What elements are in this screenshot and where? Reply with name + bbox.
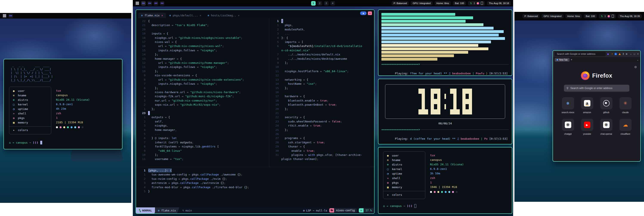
phone-icon[interactable] (481, 2, 483, 5)
upload-icon[interactable]: ↥ (622, 53, 624, 55)
shortcut-youtube[interactable]: ▶youtube (581, 119, 594, 135)
newtab-search-input[interactable]: ⚲ Search with Google or enter address (564, 85, 629, 92)
shortcut-chatgpt[interactable]: ❋chatgpt (562, 119, 574, 135)
menu-icon[interactable]: ≡ (626, 53, 628, 55)
code-line: 23 (136, 111, 269, 115)
tab-new-tab[interactable]: New Tab (555, 58, 570, 62)
editor-pane-iso[interactable]: 1{1 pkgs,2 modulesPath,3 ...4}: {5 impor… (269, 18, 374, 167)
tab-pkgs-default[interactable]: ❄ pkgs/default... × (166, 13, 204, 18)
fetch-row-hname: ≡hname (12, 93, 48, 98)
app-icon-window-2[interactable]: $W (148, 1, 152, 6)
music-note-icon: ♫ (449, 72, 452, 75)
toggle-eye-button[interactable]: ◉ (360, 12, 366, 15)
amazon-icon: a (584, 100, 590, 106)
tab-close-icon[interactable]: × (162, 14, 163, 17)
terminal-fastfetch-left[interactable]: _ _ _ ___ ____ | \ | (_)_ __/ _ \/ ___| … (4, 59, 122, 149)
neovim-window[interactable]: ❄ flake.nix × ❄ pkgs/default... × ❄ host… (136, 10, 374, 214)
bluetooth-icon[interactable]: ᛒ (474, 2, 475, 5)
firefox-window[interactable]: Search with Google or enter address ◆☽b … (552, 50, 641, 162)
app-icon-window[interactable]: $W (8, 14, 13, 18)
phone-icon[interactable] (612, 15, 614, 18)
profile-orb-icon[interactable] (477, 2, 479, 5)
maximize-button[interactable]: □ (634, 53, 635, 55)
battery-pill[interactable]: Bat: 100 (453, 1, 466, 6)
url-bar[interactable]: Search with Google or enter address (555, 52, 606, 56)
shortcut-chat.openai[interactable]: ❋chat.openai (600, 119, 612, 135)
shortcut-github[interactable]: github (600, 97, 612, 114)
gpu-pill[interactable]: GPU: Integrated (542, 14, 563, 18)
github-icon (603, 100, 610, 106)
shortcut-tile[interactable]: ▶ (581, 119, 593, 131)
close-button[interactable]: × (637, 53, 638, 55)
tab-list-chevron-icon[interactable]: ⌄ (637, 59, 638, 61)
clock-pill[interactable]: Thu Aug 08, 18:18 (487, 1, 511, 6)
line-number: 11 (269, 69, 281, 73)
system-tray[interactable]: ⇅ ᛒ (468, 1, 485, 6)
workspace-button-4[interactable]: 4 (330, 1, 335, 6)
terminal-cursor[interactable] (40, 141, 42, 144)
shortcut-search.nixos[interactable]: ❄search.nixos (562, 97, 574, 114)
shortcut-tile[interactable] (600, 97, 612, 109)
newtab-settings-gear-icon[interactable]: ⚙ (634, 65, 637, 69)
workspace-button-3[interactable]: 3 (324, 1, 328, 6)
editor-pane-pkgs[interactable]: 1{pkgs, ...}: {1 tux-awesome-wm-config =… (136, 167, 374, 193)
shortcut-tile[interactable]: ❄ (562, 97, 574, 109)
app-icon-window-1[interactable]: $W (141, 1, 146, 6)
shortcut-tile[interactable]: ☁ (620, 119, 632, 131)
tab-flake-nix[interactable]: ❄ flake.nix × (138, 13, 166, 18)
fetch-value-shell: zsh (430, 176, 464, 180)
power-profile-pill[interactable]: P: Balanced (392, 1, 409, 6)
shortcut-claude[interactable]: ✳claude (619, 97, 632, 114)
profile-orb-icon[interactable] (608, 15, 610, 18)
app-launcher-icon[interactable] (135, 1, 140, 6)
gpu-pill[interactable]: GPU: Integrated (411, 1, 432, 6)
shortcut-tile[interactable]: a (581, 97, 593, 109)
app-icon-window-3[interactable]: $W (154, 1, 158, 6)
shortcut-cloudflare[interactable]: ☁cloudflare (619, 119, 632, 135)
terminal-fastfetch-right[interactable]: ●user≡hname❄distro▢kernel◔uptime»shell✿p… (378, 147, 512, 214)
shortcut-tile[interactable]: ❋ (600, 119, 612, 131)
tab-close-icon[interactable]: × (200, 14, 201, 17)
extension-purple-diamond-icon[interactable]: ◆ (607, 53, 609, 55)
new-tab-button[interactable]: + (571, 58, 572, 61)
tab-hosts-isoimage[interactable]: ❄ hosts/isoImag.. × (205, 13, 242, 18)
extension-dark-reader-icon[interactable]: ☽ (611, 53, 613, 55)
ping-pill[interactable]: Home: 6ms (566, 14, 582, 18)
color-dot (78, 126, 80, 128)
terminal-clock[interactable]: 08/08/24 ======================> Playing… (378, 79, 512, 144)
line-number: 14 (136, 52, 148, 57)
code-line: 29 thunar = { (269, 144, 374, 148)
clock-pill[interactable]: Thu Aug 08, 18:39 (618, 14, 642, 18)
tab-label: pkgs/default... (172, 14, 198, 17)
shortcut-amazon[interactable]: aamazon (581, 97, 594, 114)
network-icon[interactable]: ⇅ (470, 2, 472, 5)
nix-file-icon: ❄ (141, 14, 143, 17)
line-number: 11 (136, 157, 148, 161)
line-number: 1 (136, 172, 148, 176)
terminal-cursor[interactable] (414, 204, 416, 208)
shortcut-tile[interactable]: ✳ (620, 97, 632, 109)
code-line: plugin thunar-volman]; (269, 157, 374, 161)
battery-pill[interactable]: Bat: 100 (584, 14, 597, 18)
ping-pill[interactable]: Home: 8ms (434, 1, 451, 6)
workspace-button-1[interactable]: 1 (311, 1, 316, 6)
app-icon-window-4[interactable]: $W (160, 1, 164, 6)
fetch-row-kernel: ▢kernel (12, 102, 48, 107)
statusline: ▚ NORMAL ❄ flake.nix ⌥ main ⚙ LSP (136, 207, 374, 213)
tab-close-icon[interactable]: × (238, 14, 239, 17)
network-icon[interactable]: ⇅ (601, 15, 603, 18)
fetch-row-memory: ▦memory (386, 185, 422, 189)
app-launcher-icon[interactable] (2, 14, 7, 18)
power-profile-pill[interactable]: P: Balanced (522, 14, 540, 18)
shortcut-tile[interactable]: ❋ (562, 119, 574, 131)
terminal-cava[interactable]: ======================> Playing: ffee fo… (378, 10, 512, 76)
pane-close-button[interactable]: × (368, 12, 372, 15)
cava-bar (382, 23, 484, 26)
extension-bitwarden-icon[interactable]: b (614, 53, 617, 55)
minimize-button[interactable]: – (630, 53, 632, 55)
extension-metamask-icon[interactable] (618, 53, 621, 55)
workspace-button-2[interactable]: 2 (318, 1, 322, 6)
bluetooth-icon[interactable]: ᛒ (604, 15, 606, 18)
system-tray[interactable]: ⇅ ᛒ (599, 14, 616, 19)
editor-pane-flake[interactable]: 22{21 description = "tux's NixOS Flake";… (136, 18, 269, 167)
